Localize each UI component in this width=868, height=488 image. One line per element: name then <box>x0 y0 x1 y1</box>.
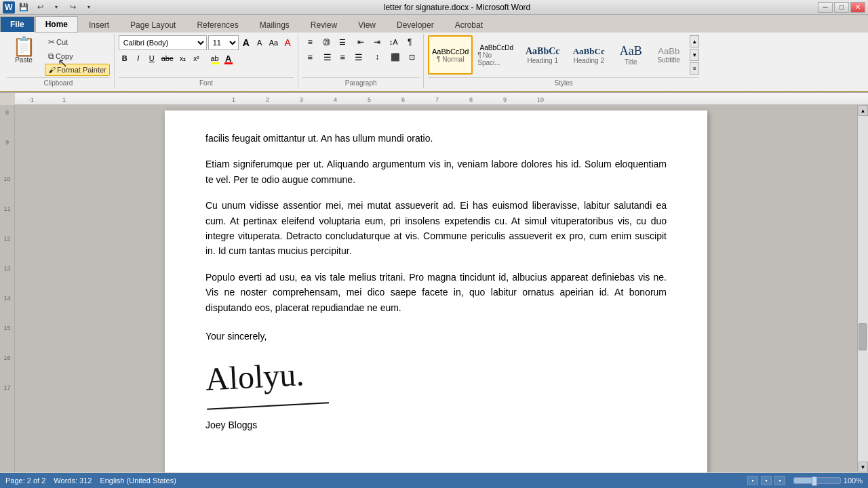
paragraph-label: Paragraph <box>302 77 419 87</box>
styles-scroll-up[interactable]: ▲ <box>690 35 699 47</box>
clipboard-group: 📋 Paste ✂ Cut ⧉ Copy ↖ <box>3 34 115 88</box>
paragraph-group: ≡ ⑳ ☰ ⇤ ⇥ ↕A ¶ ≡ ☰ ≡ ☰ ↕ <box>298 34 424 88</box>
ruler-2: 2 <box>266 96 269 103</box>
scroll-track <box>858 116 868 462</box>
zoom-slider[interactable] <box>793 477 841 484</box>
paragraph-2: Etiam signiferumque per ut. Aliquando ar… <box>205 157 667 187</box>
styles-scroll-down[interactable]: ▼ <box>690 49 699 61</box>
maximize-button[interactable]: □ <box>834 2 849 13</box>
underline-button[interactable]: U <box>146 52 158 65</box>
tab-review[interactable]: Review <box>300 16 347 33</box>
paste-button[interactable]: 📋 Paste <box>7 35 41 66</box>
styles-more-button[interactable]: ≡ <box>690 62 699 75</box>
font-shrink-button[interactable]: A <box>254 36 266 49</box>
page-line-8: 8 <box>0 108 14 117</box>
style-heading2[interactable]: AaBbCc Heading 2 <box>566 35 611 75</box>
tab-page-layout[interactable]: Page Layout <box>120 16 186 33</box>
shading-button[interactable]: ⬛ <box>388 50 403 64</box>
font-color-button[interactable]: A <box>222 52 235 65</box>
cut-button[interactable]: ✂ Cut <box>45 35 110 49</box>
multilevel-list-button[interactable]: ☰ <box>335 35 350 49</box>
increase-indent-button[interactable]: ⇥ <box>370 35 384 49</box>
font-size-select[interactable]: 11 891011 12141618 <box>208 35 239 50</box>
page-line-17: 17 <box>0 383 14 392</box>
highlight-color-bar <box>211 62 219 64</box>
align-center-button[interactable]: ☰ <box>319 50 334 64</box>
copy-button[interactable]: ⧉ Copy ↖ <box>45 49 110 63</box>
page-line-9: 9 <box>0 138 14 147</box>
style-normal[interactable]: AaBbCcDd ¶ Normal <box>428 35 473 75</box>
tab-references[interactable]: References <box>186 16 248 33</box>
save-qat-button[interactable]: 💾 <box>16 1 31 14</box>
scroll-down-button[interactable]: ▼ <box>859 462 868 472</box>
web-layout-button[interactable]: ▪ <box>774 476 785 485</box>
clear-formatting-button[interactable]: A <box>281 36 294 49</box>
full-reading-button[interactable]: ▪ <box>761 476 772 485</box>
title-bar: W 💾 ↩ ▾ ↪ ▾ letter for signature.docx - … <box>0 0 868 15</box>
style-no-spacing[interactable]: AaBbCcDd ¶ No Spaci... <box>474 35 519 75</box>
font-family-select[interactable]: Calibri (Body) <box>119 35 207 50</box>
justify-button[interactable]: ☰ <box>351 50 366 64</box>
show-hide-button[interactable]: ¶ <box>402 35 417 49</box>
format-painter-button[interactable]: 🖌 Format Painter <box>45 64 110 76</box>
shading-icon: ⬛ <box>391 53 400 62</box>
font-label: Font <box>119 77 294 87</box>
signatory-name: Joey Bloggs <box>205 418 667 432</box>
superscript-button[interactable]: x² <box>191 52 203 65</box>
style-h2-label: Heading 2 <box>573 57 604 64</box>
signature-image: Alolyu. <box>204 348 329 410</box>
align-left-button[interactable]: ≡ <box>302 50 317 64</box>
undo-qat-button[interactable]: ↩ <box>33 1 47 14</box>
italic-button[interactable]: I <box>132 52 144 65</box>
tab-home[interactable]: Home <box>35 16 78 33</box>
paragraph-4: Populo everti ad usu, ea vis tale melius… <box>205 270 667 315</box>
document-page[interactable]: facilis feugait omittantur ut. An has ul… <box>165 110 707 472</box>
title-bar-left: W 💾 ↩ ▾ ↪ ▾ <box>3 1 96 14</box>
borders-button[interactable]: ⊡ <box>404 50 419 64</box>
redo-qat-button[interactable]: ↪ <box>65 1 80 14</box>
bold-button[interactable]: B <box>119 52 131 65</box>
scroll-thumb[interactable] <box>859 323 867 350</box>
ribbon-content: 📋 Paste ✂ Cut ⧉ Copy ↖ <box>0 33 868 92</box>
left-sidebar: 8 9 10 11 12 13 14 15 16 17 <box>0 105 15 472</box>
style-title[interactable]: AaB Title <box>612 35 649 75</box>
closing-text: Your sincerely, <box>205 329 667 344</box>
align-right-button[interactable]: ≡ <box>335 50 350 64</box>
page-line-13: 13 <box>0 264 14 273</box>
ruler-negative: -1 <box>28 96 34 103</box>
right-scrollbar[interactable]: ▲ ▼ <box>857 105 868 472</box>
tab-mailings[interactable]: Mailings <box>250 16 300 33</box>
scroll-up-button[interactable]: ▲ <box>859 105 868 116</box>
tab-developer[interactable]: Developer <box>387 16 444 33</box>
zoom-thumb[interactable] <box>812 476 817 486</box>
ruler-4: 4 <box>334 96 337 103</box>
tab-view[interactable]: View <box>348 16 386 33</box>
word-logo-icon: W <box>3 1 15 14</box>
page-line-14: 14 <box>0 293 14 303</box>
customize-qat-button[interactable]: ▾ <box>81 1 96 14</box>
sort-button[interactable]: ↕A <box>386 35 401 49</box>
style-heading1[interactable]: AaBbCc Heading 1 <box>520 35 565 75</box>
print-layout-button[interactable]: ▪ <box>747 476 758 485</box>
subscript-button[interactable]: x₂ <box>177 52 189 65</box>
document-area[interactable]: facilis feugait omittantur ut. An has ul… <box>15 105 857 472</box>
text-highlight-button[interactable]: ab <box>209 52 221 65</box>
style-normal-label: ¶ Normal <box>437 56 464 63</box>
bullets-button[interactable]: ≡ <box>302 35 317 49</box>
close-button[interactable]: ✕ <box>850 2 865 13</box>
format-painter-icon: 🖌 <box>48 66 56 74</box>
change-case-button[interactable]: Aa <box>267 36 280 49</box>
style-subtitle[interactable]: AaBb Subtitle <box>650 35 687 75</box>
minimize-button[interactable]: ─ <box>818 2 833 13</box>
line-spacing-button[interactable]: ↕ <box>370 50 384 64</box>
decrease-indent-button[interactable]: ⇤ <box>353 35 368 49</box>
ruler-6: 6 <box>401 96 405 103</box>
strikethrough-button[interactable]: abc <box>159 52 176 65</box>
tab-acrobat[interactable]: Acrobat <box>445 16 493 33</box>
font-grow-button[interactable]: A <box>240 36 252 49</box>
numbering-button[interactable]: ⑳ <box>319 35 334 49</box>
clipboard-label: Clipboard <box>7 77 110 87</box>
document-title: letter for signature.docx - Microsoft Wo… <box>96 3 818 12</box>
tab-insert[interactable]: Insert <box>79 16 119 33</box>
tab-file[interactable]: File <box>0 16 35 33</box>
